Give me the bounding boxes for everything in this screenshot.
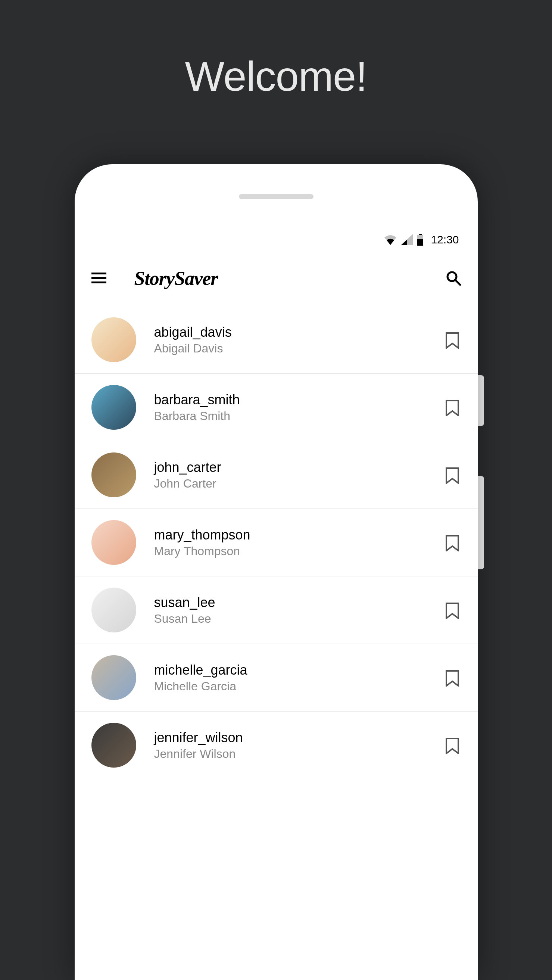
bookmark-icon[interactable] — [445, 400, 459, 416]
user-info: mary_thompson Mary Thompson — [154, 527, 445, 558]
avatar — [91, 588, 136, 632]
user-item[interactable]: barbara_smith Barbara Smith — [75, 374, 478, 441]
app-header: StorySaver — [75, 261, 478, 295]
wifi-icon — [384, 234, 397, 245]
username: michelle_garcia — [154, 662, 445, 678]
user-item[interactable]: michelle_garcia Michelle Garcia — [75, 644, 478, 711]
user-list: abigail_davis Abigail Davis barbara_smit… — [75, 306, 478, 779]
fullname: Michelle Garcia — [154, 679, 445, 693]
username: jennifer_wilson — [154, 730, 445, 746]
fullname: Mary Thompson — [154, 544, 445, 558]
user-item[interactable]: abigail_davis Abigail Davis — [75, 306, 478, 374]
avatar — [91, 452, 136, 497]
search-icon[interactable] — [446, 270, 461, 286]
username: barbara_smith — [154, 392, 445, 408]
user-item[interactable]: jennifer_wilson Jennifer Wilson — [75, 711, 478, 779]
svg-rect-0 — [419, 234, 422, 235]
svg-rect-2 — [417, 239, 423, 246]
phone-frame: 12:30 StorySaver abigail_davis Abigail D… — [75, 164, 478, 980]
user-item[interactable]: john_carter John Carter — [75, 441, 478, 509]
bookmark-icon[interactable] — [445, 468, 459, 484]
avatar — [91, 723, 136, 768]
bookmark-icon[interactable] — [445, 670, 459, 687]
fullname: Barbara Smith — [154, 409, 445, 423]
avatar — [91, 385, 136, 430]
bookmark-icon[interactable] — [445, 332, 459, 349]
signal-icon — [401, 234, 413, 245]
avatar — [91, 520, 136, 565]
phone-speaker — [239, 194, 313, 199]
user-item[interactable]: susan_lee Susan Lee — [75, 576, 478, 644]
phone-side-button-top — [478, 375, 484, 426]
status-time: 12:30 — [431, 233, 459, 246]
app-logo: StorySaver — [134, 267, 218, 290]
user-info: susan_lee Susan Lee — [154, 595, 445, 626]
username: mary_thompson — [154, 527, 445, 543]
avatar — [91, 655, 136, 700]
phone-side-button-bottom — [478, 476, 484, 570]
username: susan_lee — [154, 595, 445, 610]
bookmark-icon[interactable] — [445, 535, 459, 551]
bookmark-icon[interactable] — [445, 603, 459, 619]
user-info: abigail_davis Abigail Davis — [154, 325, 445, 355]
fullname: Abigail Davis — [154, 342, 445, 355]
user-info: michelle_garcia Michelle Garcia — [154, 662, 445, 693]
fullname: Jennifer Wilson — [154, 747, 445, 761]
user-info: barbara_smith Barbara Smith — [154, 392, 445, 423]
battery-icon — [417, 234, 424, 246]
fullname: John Carter — [154, 477, 445, 490]
avatar — [91, 317, 136, 362]
user-info: john_carter John Carter — [154, 460, 445, 490]
welcome-title: Welcome! — [0, 0, 552, 100]
fullname: Susan Lee — [154, 612, 445, 626]
bookmark-icon[interactable] — [445, 738, 459, 754]
username: abigail_davis — [154, 325, 445, 340]
user-info: jennifer_wilson Jennifer Wilson — [154, 730, 445, 761]
menu-icon[interactable] — [91, 272, 107, 284]
svg-line-4 — [455, 280, 460, 285]
user-item[interactable]: mary_thompson Mary Thompson — [75, 509, 478, 576]
status-bar: 12:30 — [384, 233, 459, 246]
username: john_carter — [154, 460, 445, 475]
